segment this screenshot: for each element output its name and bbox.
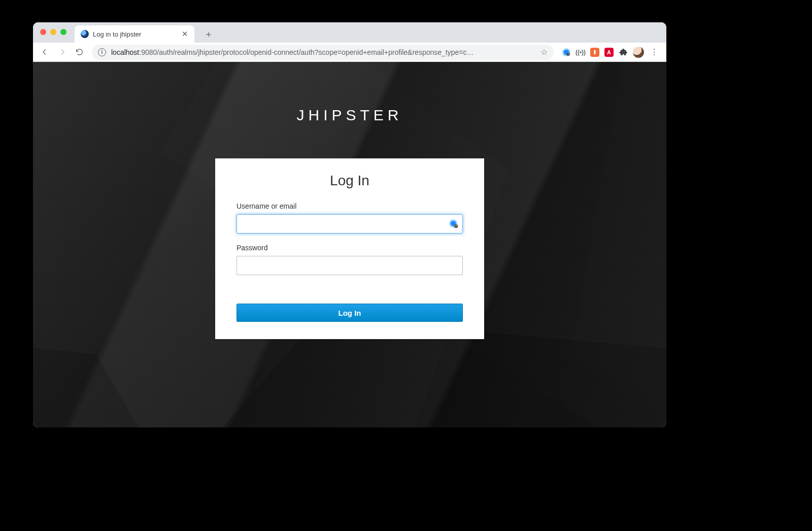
realm-title: JHIPSTER — [33, 107, 666, 124]
username-input[interactable] — [236, 214, 463, 234]
password-field: Password — [236, 244, 463, 275]
extension-icons: ((•)) A ⋮ — [559, 47, 662, 58]
window-minimize-icon[interactable] — [50, 29, 56, 35]
login-card: Log In Username or email — [215, 158, 484, 339]
back-icon[interactable] — [37, 45, 52, 60]
angular-icon[interactable]: A — [604, 48, 614, 57]
password-label: Password — [236, 244, 463, 252]
site-info-icon[interactable]: i — [98, 48, 106, 56]
address-bar[interactable]: i localhost:9080/auth/realms/jhipster/pr… — [92, 45, 554, 60]
extensions-icon[interactable] — [619, 48, 628, 57]
login-heading: Log In — [236, 173, 463, 189]
window-maximize-icon[interactable] — [60, 29, 66, 35]
tab-strip: Log in to jhipster ✕ ＋ — [33, 22, 666, 43]
new-tab-icon[interactable]: ＋ — [201, 27, 216, 41]
browser-menu-icon[interactable]: ⋮ — [649, 47, 659, 57]
window-controls — [40, 29, 66, 35]
onepassword-inline-icon[interactable] — [449, 219, 459, 229]
browser-window: Log in to jhipster ✕ ＋ i localhost:9080/… — [33, 22, 666, 427]
window-close-icon[interactable] — [40, 29, 46, 35]
onepassword-icon[interactable] — [562, 48, 571, 57]
username-label: Username or email — [236, 202, 463, 210]
login-button[interactable]: Log In — [236, 304, 463, 322]
password-input[interactable] — [236, 256, 463, 275]
star-icon[interactable]: ☆ — [540, 47, 548, 57]
username-field: Username or email — [236, 202, 463, 234]
browsersync-icon[interactable]: ((•)) — [576, 48, 585, 57]
close-tab-icon[interactable]: ✕ — [182, 29, 188, 39]
tab-favicon-icon — [81, 30, 89, 38]
page-viewport: JHIPSTER Log In Username or email — [33, 62, 666, 427]
address-host: localhost — [111, 48, 139, 56]
address-rest: :9080/auth/realms/jhipster/protocol/open… — [139, 48, 473, 56]
address-url: localhost:9080/auth/realms/jhipster/prot… — [111, 48, 536, 56]
svg-marker-6 — [594, 50, 596, 51]
reload-icon[interactable] — [72, 45, 87, 60]
browser-tab[interactable]: Log in to jhipster ✕ — [75, 25, 194, 43]
tab-title: Log in to jhipster — [93, 30, 177, 38]
lighthouse-icon[interactable] — [590, 48, 599, 57]
browser-toolbar: i localhost:9080/auth/realms/jhipster/pr… — [33, 43, 666, 62]
forward-icon — [54, 45, 70, 60]
profile-avatar[interactable] — [633, 47, 644, 58]
svg-rect-7 — [594, 51, 596, 54]
